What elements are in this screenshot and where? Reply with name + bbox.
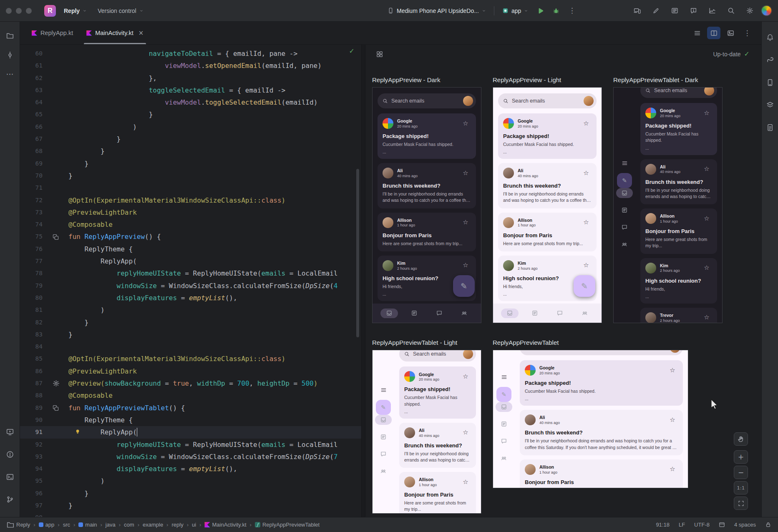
terminal-tool-button[interactable] xyxy=(3,470,17,484)
nav-chat[interactable] xyxy=(375,449,392,459)
code-line[interactable]: 71 xyxy=(20,182,361,194)
breadcrumb-item[interactable]: example xyxy=(143,522,163,528)
breadcrumb-item[interactable]: reply xyxy=(171,522,183,528)
preview-card[interactable]: Search emailsGoogle20 mins ago☆Package s… xyxy=(372,87,481,323)
project-menu[interactable]: Reply xyxy=(60,5,91,17)
code-line[interactable]: 81 ) xyxy=(20,304,361,316)
code-line[interactable]: 85@OptIn(ExperimentalMaterial3WindowSize… xyxy=(20,353,361,365)
zoom-in-button[interactable]: + xyxy=(734,450,748,464)
app-quality-insights-button[interactable] xyxy=(686,4,701,18)
nav-articles[interactable] xyxy=(616,205,633,215)
code-line[interactable]: 65 } xyxy=(20,108,361,120)
preview-run-icon[interactable] xyxy=(53,234,59,240)
code-line[interactable]: 87@Preview(showBackground = true, widthD… xyxy=(20,377,361,389)
preview-card[interactable]: ✎Search emailsGoogle20 mins ago☆Package … xyxy=(493,350,688,488)
more-horizontal-tool-button[interactable]: ⋯ xyxy=(3,67,17,81)
code-line[interactable]: 86@PreviewLightDark xyxy=(20,365,361,377)
email-item[interactable]: Ali40 mins ago☆Brunch this weekend?I'll … xyxy=(640,159,717,204)
gear-gutter-icon[interactable] xyxy=(53,380,60,387)
compose-fab[interactable]: ✎ xyxy=(496,387,511,402)
editor-tab[interactable]: MainActivity.kt× xyxy=(80,22,150,44)
problems-tool-button[interactable] xyxy=(3,447,17,462)
code-line[interactable]: 93 windowSize = WindowSizeClass.calculat… xyxy=(20,451,361,463)
email-item[interactable]: Google20 mins ago☆Package shipped!Cucumb… xyxy=(378,113,476,159)
minimize-window-button[interactable] xyxy=(16,8,22,14)
code-line[interactable]: 78 replyHomeUIState = ReplyHomeUIState(e… xyxy=(20,267,361,279)
profiler-button[interactable] xyxy=(705,4,720,18)
project-tool-button[interactable] xyxy=(3,29,17,43)
preview-card-title[interactable]: ReplyAppPreviewTablet - Dark xyxy=(613,76,698,83)
code-line[interactable]: 88@Composable xyxy=(20,389,361,402)
preview-layout-button[interactable] xyxy=(372,47,387,61)
zoom-out-button[interactable]: − xyxy=(734,466,748,479)
star-button[interactable]: ☆ xyxy=(701,108,712,118)
breadcrumb-item[interactable]: ui xyxy=(192,522,196,528)
nav-chat[interactable] xyxy=(551,307,569,319)
email-item[interactable]: Kim2 hours ago☆High school reunion?Hi fr… xyxy=(640,258,717,304)
more-run-actions-button[interactable]: ⋮ xyxy=(564,4,579,18)
device-manager-tool-button[interactable] xyxy=(763,75,777,90)
star-button[interactable]: ☆ xyxy=(581,168,592,178)
device-explorer-tool-button[interactable] xyxy=(763,120,777,135)
nav-articles[interactable] xyxy=(526,307,544,319)
email-item[interactable]: Allison1 hour ago☆Bonjour from ParisHere… xyxy=(399,472,476,514)
intention-bulb-icon[interactable] xyxy=(75,429,81,435)
user-avatar[interactable] xyxy=(761,5,772,16)
indent-size[interactable]: 4 spaces xyxy=(734,522,756,528)
device-mirroring-button[interactable] xyxy=(629,4,645,18)
compose-fab[interactable]: ✎ xyxy=(453,275,475,297)
running-devices-tool-button[interactable] xyxy=(3,425,17,439)
compose-fab[interactable]: ✎ xyxy=(376,400,391,415)
email-item[interactable]: Google20 mins ago☆Package shipped!Cucumb… xyxy=(498,113,597,159)
email-item[interactable]: Ali40 mins ago☆Brunch this weekend?I'll … xyxy=(378,163,476,208)
close-tab-button[interactable]: × xyxy=(138,30,144,36)
nav-groups[interactable] xyxy=(496,453,512,463)
profile-avatar[interactable] xyxy=(463,96,473,106)
code-line[interactable]: 96 } xyxy=(20,487,361,499)
star-button[interactable]: ☆ xyxy=(581,118,592,129)
preview-card-title[interactable]: ReplyAppPreviewTablet xyxy=(493,339,559,346)
nav-groups[interactable] xyxy=(616,239,633,249)
star-button[interactable]: ☆ xyxy=(460,168,471,178)
email-item[interactable]: Ali40 mins ago☆Brunch this weekend?I'll … xyxy=(399,423,476,468)
nav-articles[interactable] xyxy=(375,432,392,442)
email-item[interactable]: Google20 mins ago☆Package shipped!Cucumb… xyxy=(399,366,476,418)
star-button[interactable]: ☆ xyxy=(460,477,471,487)
resource-manager-tool-button[interactable] xyxy=(763,98,777,112)
star-button[interactable]: ☆ xyxy=(701,312,712,323)
breadcrumb-item[interactable]: main xyxy=(78,522,97,528)
email-item[interactable]: Allison1 hour ago☆Bonjour from ParisHere… xyxy=(498,213,597,251)
code-line[interactable]: 90 ReplyTheme { xyxy=(20,414,361,426)
code-with-me-button[interactable] xyxy=(648,4,663,18)
preview-card-title[interactable]: ReplyAppPreviewTablet - Light xyxy=(372,339,457,346)
nav-inbox[interactable] xyxy=(375,415,392,425)
code-line[interactable]: 79 windowSize = WindowSizeClass.calculat… xyxy=(20,280,361,292)
editor-preview-splitter[interactable] xyxy=(361,45,365,517)
menu-button[interactable] xyxy=(380,387,387,393)
search-bar[interactable]: Search emails xyxy=(520,350,683,355)
notifications-tool-button[interactable] xyxy=(763,30,777,45)
profile-avatar[interactable] xyxy=(670,350,680,353)
star-button[interactable]: ☆ xyxy=(460,217,471,228)
version-control-menu[interactable]: Version control xyxy=(94,5,147,17)
star-button[interactable]: ☆ xyxy=(581,217,592,228)
profile-avatar[interactable] xyxy=(463,350,473,359)
code-line[interactable]: 84 xyxy=(20,341,361,353)
code-line[interactable]: 98 xyxy=(20,512,361,517)
star-button[interactable]: ☆ xyxy=(460,260,471,271)
commit-tool-button[interactable] xyxy=(3,48,17,62)
code-line[interactable]: 89fun ReplyAppPreviewTablet() { xyxy=(20,402,361,414)
code-line[interactable]: 92 replyHomeUIState = ReplyHomeUIState(e… xyxy=(20,439,361,451)
star-button[interactable]: ☆ xyxy=(460,118,471,129)
code-editor[interactable]: 60 navigateToDetail = { emailId, pane ->… xyxy=(20,45,361,517)
code-line[interactable]: 63 toggleSelectedEmail = { emailId -> xyxy=(20,84,361,96)
run-button[interactable] xyxy=(533,4,548,18)
email-item[interactable]: Google20 mins ago☆Package shipped!Cucumb… xyxy=(640,103,717,155)
code-line[interactable]: 83} xyxy=(20,329,361,341)
code-line[interactable]: 80 displayFeatures = emptyList(), xyxy=(20,292,361,304)
nav-inbox[interactable] xyxy=(616,188,633,198)
code-line[interactable]: 73@PreviewLightDark xyxy=(20,206,361,218)
code-line[interactable]: 68 } xyxy=(20,145,361,157)
preview-card-title[interactable]: ReplyAppPreview - Dark xyxy=(372,76,440,83)
editor-scrollbar[interactable] xyxy=(356,169,359,337)
